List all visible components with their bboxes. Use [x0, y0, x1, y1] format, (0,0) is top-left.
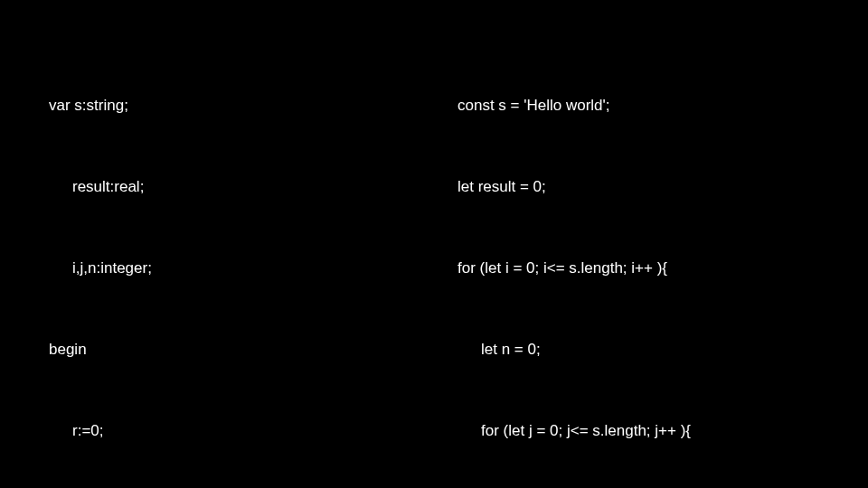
- code-line: begin: [49, 336, 458, 363]
- pascal-code-block: var s:string; result:real; i,j,n:integer…: [49, 38, 458, 488]
- code-line: let result = 0;: [458, 174, 819, 201]
- code-line: const s = 'Hello world';: [458, 92, 819, 119]
- code-line: result:real;: [49, 174, 458, 201]
- code-line: var s:string;: [49, 92, 458, 119]
- code-line: for (let j = 0; j<= s.length; j++ ){: [458, 418, 819, 445]
- javascript-code-block: const s = 'Hello world'; let result = 0;…: [458, 38, 819, 488]
- code-line: r:=0;: [49, 418, 458, 445]
- code-slide: var s:string; result:real; i,j,n:integer…: [0, 0, 868, 488]
- code-line: let n = 0;: [458, 336, 819, 363]
- code-line: for (let i = 0; i<= s.length; i++ ){: [458, 255, 819, 282]
- code-line: i,j,n:integer;: [49, 255, 458, 282]
